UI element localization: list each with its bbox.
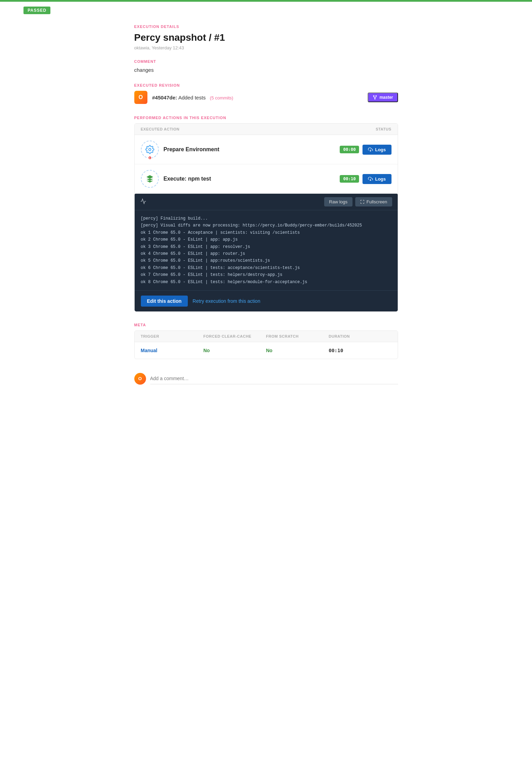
log-line-3: ok 2 Chrome 65.0 - EsLint | app: app.js (141, 236, 391, 243)
logs-icon-1 (368, 176, 373, 181)
log-body: [percy] Finalizing build... [percy] Visu… (135, 210, 398, 290)
raw-logs-button[interactable]: Raw logs (324, 197, 352, 206)
action-left-1: Execute: npm test (141, 170, 211, 188)
action-left-0: × Prepare Environment (141, 141, 220, 158)
meta-table: TRIGGER FORCED CLEAR-CACHE FROM SCRATCH … (134, 330, 398, 359)
action-icon-0: × (141, 141, 159, 158)
log-panel-icon (140, 198, 146, 205)
action-right-0: 00:00 Logs (340, 145, 391, 155)
meta-table-row: Manual No No 00:10 (135, 342, 398, 359)
meta-trigger: Manual (141, 348, 204, 353)
comment-section-label: COMMENT (134, 59, 398, 64)
edit-action-button[interactable]: Edit this action (141, 296, 188, 307)
log-panel: Raw logs Fullscreen [percy] Finalizing b… (135, 194, 398, 311)
activity-icon (140, 198, 146, 204)
logs-button-0[interactable]: Logs (362, 145, 391, 155)
comment-text: changes (134, 67, 398, 73)
prepare-env-icon (145, 145, 154, 154)
action-right-1: 00:10 Logs (340, 174, 391, 184)
col-action-label: EXECUTED ACTION (141, 127, 180, 131)
execution-section-label: EXECUTION DETAILS (134, 25, 398, 29)
actions-table: EXECUTED ACTION STATUS × Prepare Environ… (134, 123, 398, 312)
execution-subtitle: oktawia, Yesterday 12:43 (134, 45, 398, 50)
revision-hash: #45047de: Added tests (5 commits) (152, 95, 233, 100)
log-line-0: [percy] Finalizing build... (141, 215, 391, 222)
meta-section-label: META (134, 323, 398, 327)
logs-button-1[interactable]: Logs (362, 174, 391, 184)
meta-table-header: TRIGGER FORCED CLEAR-CACHE FROM SCRATCH … (135, 331, 398, 342)
log-line-6: ok 5 Chrome 65.0 - ESLint | app:routes/s… (141, 257, 391, 264)
branch-button[interactable]: master (368, 93, 398, 102)
status-badge: PASSED (23, 7, 50, 14)
fullscreen-icon (360, 200, 365, 204)
log-line-7: ok 6 Chrome 65.0 - ESLint | tests: accep… (141, 264, 391, 271)
actions-table-header: EXECUTED ACTION STATUS (135, 124, 398, 135)
actions-section-label: PERFORMED ACTIONS IN THIS EXECUTION (134, 116, 398, 120)
action-row-1: Execute: npm test 00:10 Logs (135, 164, 398, 194)
revision-row: O #45047de: Added tests (5 commits) mast… (134, 91, 398, 104)
logs-icon-0 (368, 147, 373, 152)
log-line-2: ok 1 Chrome 65.0 - Acceptance | scientis… (141, 229, 391, 236)
log-panel-actions: Raw logs Fullscreen (324, 197, 392, 206)
action-time-1: 00:10 (340, 175, 359, 183)
revision-info: #45047de: Added tests (5 commits) (152, 95, 233, 100)
action-time-0: 00:00 (340, 146, 359, 153)
meta-col-trigger: TRIGGER (141, 334, 204, 338)
action-connector-dot: × (148, 156, 152, 160)
meta-col-cache: FORCED CLEAR-CACHE (203, 334, 266, 338)
comment-input[interactable] (150, 373, 398, 384)
meta-col-scratch: FROM SCRATCH (266, 334, 329, 338)
log-actions-bar: Edit this action Retry execution from th… (135, 290, 398, 311)
log-line-8: ok 7 Chrome 65.0 - ESLint | tests: helpe… (141, 271, 391, 278)
revision-section-label: EXECUTED REVISION (134, 83, 398, 87)
action-name-0: Prepare Environment (164, 146, 220, 153)
action-name-1: Execute: npm test (164, 176, 211, 182)
log-line-9: ok 8 Chrome 65.0 - ESLint | tests: helpe… (141, 279, 391, 286)
retry-action-button[interactable]: Retry execution from this action (193, 298, 260, 304)
revision-avatar: O (134, 91, 147, 104)
execution-title: Percy snapshot / #1 (134, 32, 398, 43)
log-line-4: ok 3 Chrome 65.0 - ESLint | app: resolve… (141, 243, 391, 250)
svg-point-0 (148, 148, 151, 151)
comment-input-row: O (134, 373, 398, 398)
log-panel-header: Raw logs Fullscreen (135, 194, 398, 210)
meta-cache: No (203, 348, 266, 353)
comment-avatar: O (134, 373, 146, 385)
meta-duration: 00:10 (329, 348, 391, 353)
action-row-0: × Prepare Environment 00:00 Logs (135, 135, 398, 164)
commits-badge: (5 commits) (210, 95, 233, 100)
log-line-1: [percy] Visual diffs are now processing:… (141, 222, 391, 229)
meta-col-duration: DURATION (329, 334, 391, 338)
meta-scratch: No (266, 348, 329, 353)
action-icon-1 (141, 170, 159, 188)
branch-icon (373, 95, 377, 100)
col-status-label: STATUS (376, 127, 391, 131)
fullscreen-button[interactable]: Fullscreen (355, 197, 392, 206)
log-line-5: ok 4 Chrome 65.0 - ESLint | app: router.… (141, 250, 391, 257)
npm-test-icon (145, 174, 154, 183)
